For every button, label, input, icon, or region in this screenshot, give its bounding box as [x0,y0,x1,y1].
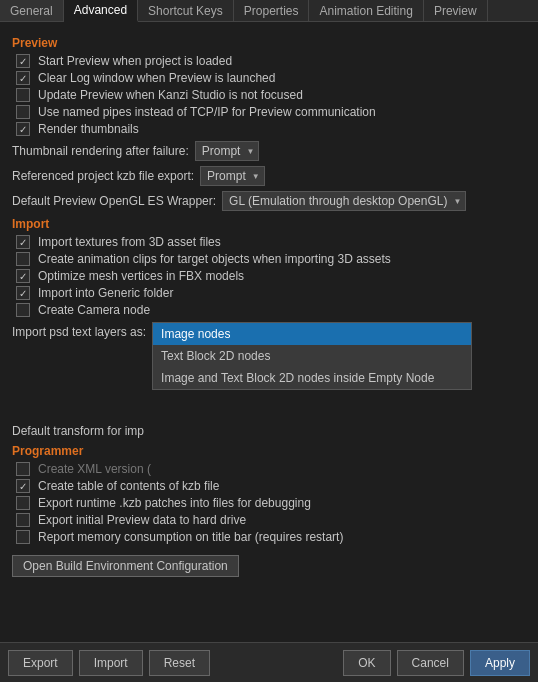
export-button[interactable]: Export [8,650,73,676]
import-psd-menu: Image nodes Text Block 2D nodes Image an… [152,322,472,390]
label-named-pipes: Use named pipes instead of TCP/IP for Pr… [38,105,376,119]
label-create-toc: Create table of contents of kzb file [38,479,219,493]
label-report-memory: Report memory consumption on title bar (… [38,530,343,544]
list-item: Create animation clips for target object… [12,252,526,266]
checkbox-export-patches[interactable] [16,496,30,510]
label-render-thumbnails: Render thumbnails [38,122,139,136]
referenced-dropdown[interactable]: Prompt [200,166,265,186]
list-item: Import into Generic folder [12,286,526,300]
import-psd-option-image-text-block[interactable]: Image and Text Block 2D nodes inside Emp… [153,367,471,389]
list-item: Create table of contents of kzb file [12,479,526,493]
label-optimize-mesh: Optimize mesh vertices in FBX models [38,269,244,283]
default-transform-label: Default transform for imp [12,424,144,438]
import-psd-label: Import psd text layers as: [12,325,146,339]
label-clear-log: Clear Log window when Preview is launche… [38,71,275,85]
list-item: Start Preview when project is loaded [12,54,526,68]
checkbox-start-preview[interactable] [16,54,30,68]
list-item: Create XML version ( [12,462,526,476]
list-item: Use named pipes instead of TCP/IP for Pr… [12,105,526,119]
referenced-row: Referenced project kzb file export: Prom… [12,166,526,186]
label-create-camera: Create Camera node [38,303,150,317]
label-update-preview: Update Preview when Kanzi Studio is not … [38,88,303,102]
tab-shortcut-keys[interactable]: Shortcut Keys [138,0,234,21]
list-item: Optimize mesh vertices in FBX models [12,269,526,283]
checkbox-report-memory[interactable] [16,530,30,544]
checkbox-clear-log[interactable] [16,71,30,85]
checkbox-create-xml[interactable] [16,462,30,476]
tab-animation-editing[interactable]: Animation Editing [309,0,423,21]
cancel-button[interactable]: Cancel [397,650,464,676]
tab-properties[interactable]: Properties [234,0,310,21]
checkbox-export-initial[interactable] [16,513,30,527]
open-build-environment-button[interactable]: Open Build Environment Configuration [12,555,239,577]
label-import-textures: Import textures from 3D asset files [38,235,221,249]
list-item: Import textures from 3D asset files [12,235,526,249]
checkbox-create-animation[interactable] [16,252,30,266]
list-item: Report memory consumption on title bar (… [12,530,526,544]
programmer-section-header: Programmer [12,444,526,458]
label-export-patches: Export runtime .kzb patches into files f… [38,496,311,510]
default-preview-dropdown[interactable]: GL (Emulation through desktop OpenGL) [222,191,466,211]
tab-general[interactable]: General [0,0,64,21]
list-item: Clear Log window when Preview is launche… [12,71,526,85]
checkbox-create-toc[interactable] [16,479,30,493]
import-psd-option-image-nodes[interactable]: Image nodes [153,323,471,345]
list-item: Update Preview when Kanzi Studio is not … [12,88,526,102]
thumbnail-dropdown[interactable]: Prompt [195,141,260,161]
checkbox-import-generic[interactable] [16,286,30,300]
import-psd-option-text-block[interactable]: Text Block 2D nodes [153,345,471,367]
tab-bar: General Advanced Shortcut Keys Propertie… [0,0,538,22]
checkbox-create-camera[interactable] [16,303,30,317]
import-section-header: Import [12,217,526,231]
default-preview-row: Default Preview OpenGL ES Wrapper: GL (E… [12,191,526,211]
thumbnail-row: Thumbnail rendering after failure: Promp… [12,141,526,161]
default-transform-row: Default transform for imp [12,424,526,438]
checkbox-import-textures[interactable] [16,235,30,249]
checkbox-optimize-mesh[interactable] [16,269,30,283]
main-content: Preview Start Preview when project is lo… [0,22,538,642]
tab-advanced[interactable]: Advanced [64,0,138,22]
list-item: Render thumbnails [12,122,526,136]
label-import-generic: Import into Generic folder [38,286,173,300]
thumbnail-label: Thumbnail rendering after failure: [12,144,189,158]
import-psd-dropdown-container: Image nodes Image nodes Text Block 2D no… [152,322,247,342]
bottom-bar: Export Import Reset OK Cancel Apply [0,642,538,682]
checkbox-named-pipes[interactable] [16,105,30,119]
import-psd-row: Import psd text layers as: Image nodes I… [12,322,526,342]
label-create-xml: Create XML version ( [38,462,151,476]
apply-button[interactable]: Apply [470,650,530,676]
import-button[interactable]: Import [79,650,143,676]
reset-button[interactable]: Reset [149,650,210,676]
default-preview-label: Default Preview OpenGL ES Wrapper: [12,194,216,208]
tab-preview[interactable]: Preview [424,0,488,21]
label-create-animation: Create animation clips for target object… [38,252,391,266]
checkbox-render-thumbnails[interactable] [16,122,30,136]
list-item: Export initial Preview data to hard driv… [12,513,526,527]
referenced-label: Referenced project kzb file export: [12,169,194,183]
list-item: Create Camera node [12,303,526,317]
checkbox-update-preview[interactable] [16,88,30,102]
ok-button[interactable]: OK [343,650,390,676]
preview-section-header: Preview [12,36,526,50]
list-item: Export runtime .kzb patches into files f… [12,496,526,510]
label-export-initial: Export initial Preview data to hard driv… [38,513,246,527]
label-start-preview: Start Preview when project is loaded [38,54,232,68]
